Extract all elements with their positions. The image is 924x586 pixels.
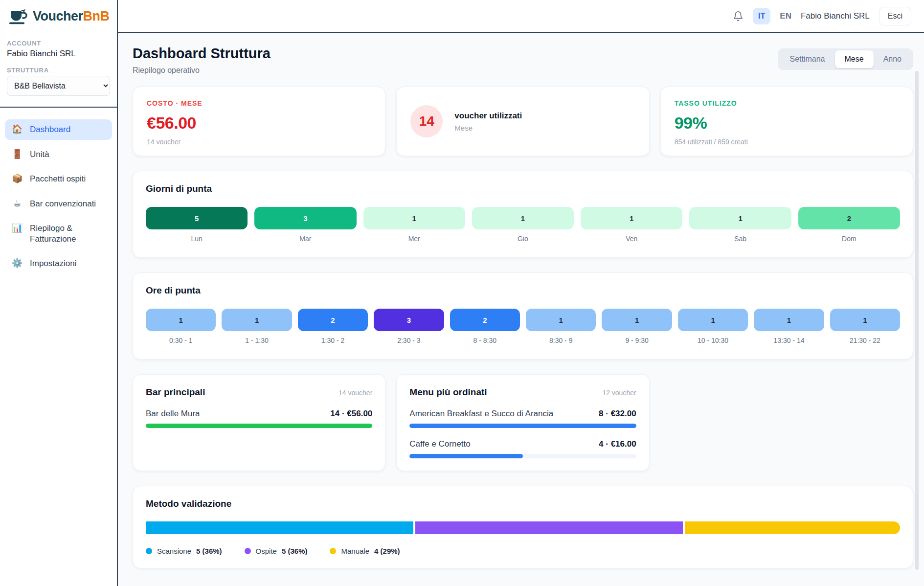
top-bar-row-line: Bar delle Mura 14 · €56.00 bbox=[146, 409, 372, 419]
top-menu-name: American Breakfast e Succo di Arancia bbox=[409, 409, 553, 419]
sidebar-item-icon: 🚪 bbox=[12, 149, 23, 160]
top-menu-progress-track bbox=[409, 454, 636, 458]
page-head: Dashboard Struttura Riepilogo operativo … bbox=[133, 45, 913, 75]
sidebar-nav-item[interactable]: 📦 Pacchetti ospiti bbox=[5, 169, 112, 189]
sidebar-item-icon: ⚙️ bbox=[12, 258, 23, 269]
peak-hour-bar: 1 bbox=[830, 309, 900, 331]
period-tab[interactable]: Mese bbox=[835, 50, 874, 68]
validation-legend: Scansione 5 (36%) Ospite 5 (36%) Manuale bbox=[146, 547, 900, 555]
legend-value: 5 (36%) bbox=[282, 547, 308, 555]
peak-days-bars: 5 Lun 3 Mar 1 Mer bbox=[146, 207, 900, 243]
peak-day-cell: 1 Sab bbox=[689, 207, 791, 243]
validation-segment bbox=[146, 521, 413, 534]
peak-day-bar: 1 bbox=[472, 207, 574, 229]
sidebar-item-icon: 📦 bbox=[12, 174, 23, 184]
brand-name-secondary: BnB bbox=[83, 9, 110, 23]
validation-legend-item: Scansione 5 (36%) bbox=[146, 547, 222, 555]
top-menu-row: American Breakfast e Succo di Arancia 8 … bbox=[409, 409, 636, 428]
language-en-button[interactable]: EN bbox=[780, 11, 791, 21]
top-bars-card: Bar principali 14 voucher Bar delle Mura… bbox=[133, 374, 385, 471]
peak-hours-title: Ore di punta bbox=[146, 285, 900, 296]
sidebar-nav-item[interactable]: ⚙️ Impostazioni bbox=[5, 253, 112, 274]
top-bar-row: Bar delle Mura 14 · €56.00 bbox=[146, 409, 372, 428]
peak-day-cell: 5 Lun bbox=[146, 207, 248, 243]
peak-hour-bar: 1 bbox=[526, 309, 596, 331]
peak-hour-label: 8 - 8:30 bbox=[450, 337, 520, 344]
sidebar-account-section: ACCOUNT Fabio Bianchi SRL STRUTTURA B&B … bbox=[0, 33, 117, 108]
topbar: IT EN Fabio Bianchi SRL Esci bbox=[118, 0, 924, 33]
peak-hour-cell: 3 2:30 - 3 bbox=[374, 309, 444, 344]
legend-label: Ospite bbox=[256, 547, 277, 555]
peak-day-bar: 1 bbox=[363, 207, 465, 229]
top-menus-card: Menu più ordinati 12 voucher American Br… bbox=[396, 374, 649, 471]
scrollbar-thumb[interactable] bbox=[915, 71, 919, 570]
peak-day-cell: 3 Mar bbox=[254, 207, 356, 243]
top-bars-rows: Bar delle Mura 14 · €56.00 bbox=[146, 409, 372, 428]
peak-hour-label: 9 - 9:30 bbox=[602, 337, 672, 344]
period-tab[interactable]: Anno bbox=[874, 50, 911, 68]
top-menu-progress-fill bbox=[409, 454, 523, 458]
period-tab[interactable]: Settimana bbox=[780, 50, 834, 68]
peak-day-label: Dom bbox=[798, 235, 900, 243]
structure-select[interactable]: B&B Bellavista bbox=[7, 76, 110, 96]
validation-stacked-bar bbox=[146, 521, 900, 534]
sidebar-nav-item[interactable]: 🏠 Dashboard bbox=[5, 119, 112, 140]
cost-label: COSTO · MESE bbox=[147, 99, 371, 107]
sidebar-nav-item[interactable]: ☕ Bar convenzionati bbox=[5, 194, 112, 214]
sidebar: VoucherBnB ACCOUNT Fabio Bianchi SRL STR… bbox=[0, 0, 118, 586]
notifications-bell-icon[interactable] bbox=[733, 11, 744, 22]
empty-grid-cell bbox=[660, 374, 913, 471]
cost-value: €56.00 bbox=[147, 113, 371, 133]
sidebar-item-label: Unità bbox=[30, 149, 49, 159]
top-menu-row: Caffe e Cornetto 4 · €16.00 bbox=[409, 439, 636, 458]
sidebar-nav: 🏠 Dashboard 🚪 Unità 📦 Pacchetti ospiti ☕… bbox=[0, 108, 117, 290]
legend-dot-icon bbox=[330, 548, 336, 554]
legend-dot-icon bbox=[146, 548, 152, 554]
legend-label: Scansione bbox=[157, 547, 191, 555]
validation-segment bbox=[415, 521, 683, 534]
peak-hour-cell: 1 10 - 10:30 bbox=[678, 309, 748, 344]
peak-hour-cell: 1 0:30 - 1 bbox=[146, 309, 216, 344]
peak-hour-label: 1 - 1:30 bbox=[222, 337, 292, 344]
lists-row: Bar principali 14 voucher Bar delle Mura… bbox=[133, 374, 913, 471]
sidebar-item-icon: ☕ bbox=[12, 199, 23, 209]
dashboard-content: Dashboard Struttura Riepilogo operativo … bbox=[118, 33, 924, 586]
peak-day-bar: 1 bbox=[581, 207, 682, 229]
sidebar-item-icon: 🏠 bbox=[12, 124, 23, 135]
top-bars-total: 14 voucher bbox=[338, 389, 372, 397]
account-label: ACCOUNT bbox=[7, 40, 110, 47]
period-toggle: Settimana Mese Anno bbox=[778, 48, 913, 70]
sidebar-item-label: Dashboard bbox=[30, 124, 70, 135]
top-bar-value: 14 · €56.00 bbox=[330, 409, 372, 419]
rate-sub: 854 utilizzati / 859 creati bbox=[675, 138, 899, 146]
rate-value: 99% bbox=[675, 113, 899, 133]
peak-day-label: Gio bbox=[472, 235, 574, 243]
logout-button[interactable]: Esci bbox=[879, 7, 911, 25]
top-menus-total: 12 voucher bbox=[602, 389, 636, 397]
brand-logo: VoucherBnB bbox=[0, 0, 117, 33]
sidebar-nav-item[interactable]: 📊 Riepilogo & Fatturazione bbox=[5, 218, 112, 249]
peak-hour-cell: 2 1:30 - 2 bbox=[298, 309, 368, 344]
peak-hour-bar: 1 bbox=[602, 309, 672, 331]
topbar-user-name: Fabio Bianchi SRL bbox=[801, 11, 870, 21]
peak-day-label: Lun bbox=[146, 235, 248, 243]
top-bar-name: Bar delle Mura bbox=[146, 409, 200, 419]
peak-hour-label: 10 - 10:30 bbox=[678, 337, 748, 344]
top-menu-value: 4 · €16.00 bbox=[599, 439, 636, 449]
peak-hour-bar: 2 bbox=[298, 309, 368, 331]
peak-hour-bar: 1 bbox=[222, 309, 292, 331]
peak-hour-label: 21:30 - 22 bbox=[830, 337, 900, 344]
peak-hour-bar: 1 bbox=[146, 309, 216, 331]
stats-row: COSTO · MESE €56.00 14 voucher 14 vouche… bbox=[133, 87, 913, 156]
peak-day-bar: 3 bbox=[254, 207, 356, 229]
peak-hour-cell: 2 8 - 8:30 bbox=[450, 309, 520, 344]
used-vouchers-texts: voucher utilizzati Mese bbox=[454, 111, 522, 132]
validation-segment bbox=[685, 521, 900, 534]
language-it-button[interactable]: IT bbox=[753, 8, 770, 24]
top-menu-progress-fill bbox=[409, 424, 636, 428]
sidebar-nav-item[interactable]: 🚪 Unità bbox=[5, 144, 112, 165]
used-vouchers-badge: 14 bbox=[410, 105, 443, 137]
peak-hour-bar: 1 bbox=[678, 309, 748, 331]
peak-day-label: Sab bbox=[689, 235, 791, 243]
peak-hour-bar: 3 bbox=[374, 309, 444, 331]
